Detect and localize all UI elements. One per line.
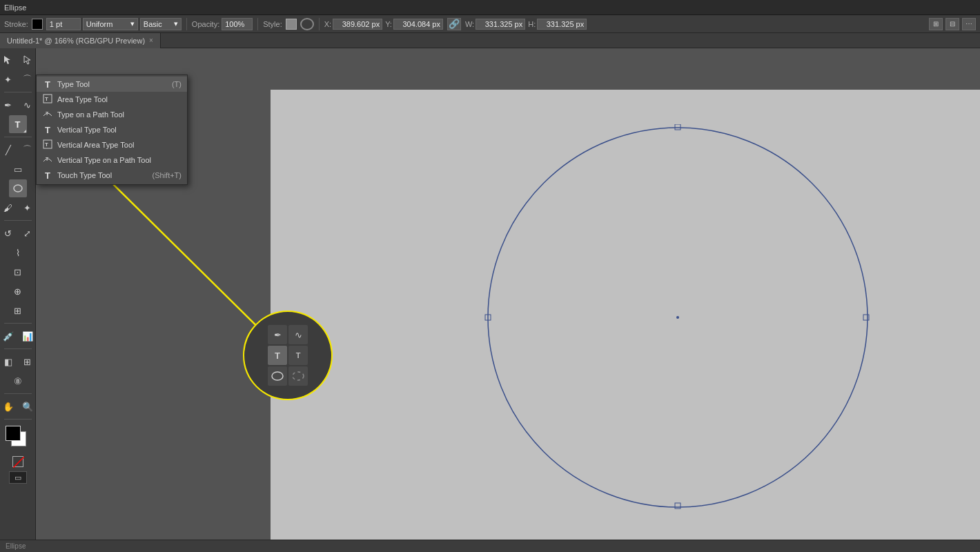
style-label: Style: [263, 20, 282, 28]
w-label: W: [465, 20, 474, 28]
scale-tool-btn[interactable]: ⤢ [19, 224, 37, 242]
zoom-ellipse-tool [268, 366, 287, 386]
flyout-touch-type-tool[interactable]: T Touch Type Tool (Shift+T) [37, 168, 187, 183]
svg-text:T: T [45, 96, 48, 102]
rotate-tool-btn[interactable]: ↺ [0, 224, 17, 242]
status-bar: Ellipse [0, 540, 980, 552]
app-name: Ellipse [4, 3, 26, 12]
flyout-vertical-area-type-tool[interactable]: T Vertical Area Type Tool [37, 137, 187, 152]
zoom-arc-tool [288, 366, 308, 386]
blob-brush-tool-btn[interactable]: ✦ [19, 199, 37, 217]
canvas-surface [271, 90, 980, 552]
curvature-tool-btn[interactable]: ∿ [19, 96, 37, 114]
style-circle-btn[interactable] [300, 18, 314, 30]
stroke-profile-dropdown[interactable]: Uniform▾ [83, 18, 138, 30]
ellipse-tool-btn[interactable] [9, 179, 27, 197]
toolbar-divider-3 [4, 220, 32, 221]
foreground-color-swatch[interactable] [6, 426, 21, 441]
mesh-tool-btn[interactable]: ⊞ [19, 353, 37, 371]
toolbar-divider-2 [4, 137, 32, 137]
vertical-type-path-label: Vertical Type on a Path Tool [57, 156, 151, 164]
perspective-grid-tool-btn[interactable]: ⊞ [9, 302, 27, 319]
vertical-area-type-icon: T [42, 139, 53, 151]
h-label: H: [528, 20, 536, 28]
toolbar-divider-4 [4, 323, 32, 324]
tab-close-btn[interactable]: × [149, 37, 153, 44]
graph-tool-btn[interactable]: 📊 [19, 327, 37, 345]
tool-flyout-menu: T Type Tool (T) T Area Type Tool T Type … [36, 75, 188, 185]
svg-rect-4 [675, 124, 680, 130]
type-tool-btn[interactable]: T [9, 115, 27, 133]
opacity-value[interactable]: 100% [222, 18, 253, 30]
paintbrush-tool-btn[interactable]: 🖌 [0, 199, 17, 217]
x-label: X: [324, 20, 331, 28]
toolbar-divider-5 [4, 348, 32, 349]
stroke-width-value[interactable]: 1 pt [46, 18, 81, 30]
w-value[interactable]: 331.325 px [476, 19, 525, 30]
toolbar-divider-6 [4, 393, 32, 394]
align-btn[interactable]: ⊞ [929, 18, 943, 30]
selection-tool-btn[interactable] [0, 51, 17, 69]
opacity-label: Opacity: [192, 20, 219, 28]
extra-btn[interactable]: ⋯ [962, 18, 976, 30]
flyout-vertical-type-path-tool[interactable]: T Vertical Type on a Path Tool [37, 152, 187, 168]
brush-profile-dropdown[interactable]: Basic▾ [140, 18, 182, 30]
type-on-path-icon: T [42, 109, 53, 121]
zoom-type-tool: T [268, 346, 287, 365]
type-tool-label: Type Tool [57, 80, 90, 88]
arc-tool-btn[interactable]: ⌒ [19, 141, 37, 159]
link-proportions-btn[interactable]: 🔗 [447, 18, 461, 30]
svg-text:T: T [45, 141, 48, 148]
free-transform-tool-btn[interactable]: ⊡ [9, 263, 27, 281]
line-segment-tool-btn[interactable]: ╱ [0, 141, 17, 159]
type-tool-shortcut: (T) [172, 80, 182, 88]
flyout-area-type-tool[interactable]: T Area Type Tool [37, 92, 187, 107]
zoom-pen-tool: ✒ [268, 325, 287, 344]
flyout-vertical-type-tool[interactable]: T Vertical Type Tool [37, 122, 187, 137]
toolbar-divider-1 [4, 92, 32, 92]
svg-point-8 [272, 372, 283, 380]
document-tab[interactable]: Untitled-1* @ 166% (RGB/GPU Preview) × [0, 33, 161, 48]
style-color-swatch[interactable] [286, 19, 297, 30]
h-value[interactable]: 331.325 px [537, 19, 587, 30]
pathfinder-btn[interactable]: ⊟ [945, 18, 959, 30]
touch-type-icon: T [42, 170, 53, 181]
magic-wand-tool-btn[interactable]: ✦ [0, 70, 17, 88]
stroke-color-swatch[interactable] [32, 19, 43, 30]
area-type-tool-icon: T [42, 94, 53, 106]
change-screen-mode-btn[interactable]: ▭ [9, 471, 27, 484]
hand-tool-btn[interactable]: ✋ [0, 397, 17, 415]
status-text: Ellipse [6, 542, 26, 550]
zoom-tool-btn[interactable]: 🔍 [19, 397, 37, 415]
eyedropper-tool-btn[interactable]: 💉 [0, 327, 17, 345]
type-tool-icon: T [42, 79, 53, 90]
canvas-ellipse [484, 124, 871, 511]
warp-tool-btn[interactable]: ⌇ [9, 244, 27, 262]
lasso-tool-btn[interactable]: ⌒ [19, 70, 37, 88]
x-value[interactable]: 389.602 px [333, 19, 382, 30]
menu-bar: Ellipse [0, 0, 980, 15]
type-on-path-label: Type on a Path Tool [57, 110, 124, 119]
vertical-area-type-label: Vertical Area Type Tool [57, 141, 135, 149]
svg-line-1 [13, 457, 24, 468]
fill-none-btn[interactable] [12, 456, 23, 467]
tab-title: Untitled-1* @ 166% (RGB/GPU Preview) [7, 37, 145, 45]
toolbar-divider-7 [4, 419, 32, 420]
vertical-type-icon: T [42, 125, 53, 135]
flyout-type-tool[interactable]: T Type Tool (T) [37, 77, 187, 92]
y-value[interactable]: 304.084 px [393, 19, 443, 30]
rectangle-tool-btn[interactable]: ▭ [9, 160, 27, 178]
shape-builder-tool-btn[interactable]: ⊕ [9, 282, 27, 300]
touch-type-label: Touch Type Tool [57, 171, 112, 179]
svg-rect-7 [863, 315, 869, 320]
blend-tool-btn[interactable]: ⑧ [9, 372, 27, 390]
flyout-type-on-path-tool[interactable]: T Type on a Path Tool [37, 107, 187, 122]
gradient-tool-btn[interactable]: ◧ [0, 353, 17, 371]
left-toolbar: ✦ ⌒ ✒ ∿ T ╱ ⌒ ▭ 🖌 [0, 48, 36, 552]
vertical-type-label: Vertical Type Tool [57, 126, 117, 134]
direct-selection-tool-btn[interactable] [19, 51, 37, 69]
pen-tool-btn[interactable]: ✒ [0, 96, 17, 114]
touch-type-shortcut: (Shift+T) [153, 171, 182, 179]
svg-rect-5 [675, 503, 680, 509]
zoom-circle-inner: ✒ ∿ T T [244, 312, 331, 399]
